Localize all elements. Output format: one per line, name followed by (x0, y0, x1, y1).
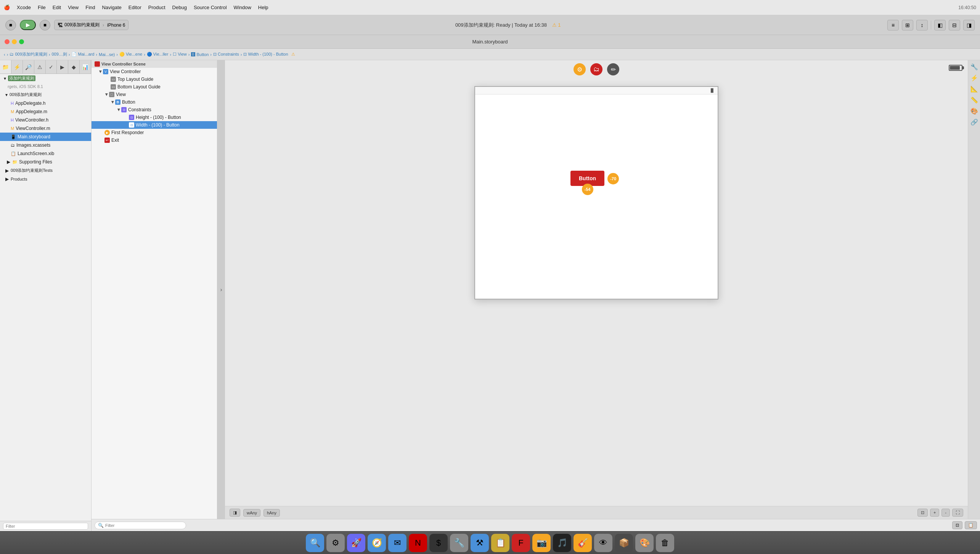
zoom-fit-btn[interactable]: ⊡ (917, 509, 928, 517)
scheme-selector[interactable]: 🏗 009添加约束规则 › iPhone 6 (54, 20, 129, 30)
ri-btn-5[interactable]: 🎨 (970, 107, 978, 115)
zoom-out-btn[interactable]: - (941, 509, 950, 517)
inspector-toggle-btn[interactable]: ◨ (963, 20, 975, 30)
nav-item-main-storyboard[interactable]: 📱 Main.storyboard (0, 133, 91, 141)
editor-version-btn[interactable]: ↕ (916, 20, 928, 30)
nav-item-appdelegate-m[interactable]: M AppDelegate.m (0, 107, 91, 116)
editor-standard-btn[interactable]: ≡ (887, 20, 899, 30)
ri-btn-4[interactable]: 📏 (970, 96, 978, 104)
nav-item-tests-group[interactable]: ▶ 009添加约束规则Tests (0, 166, 91, 175)
maximize-btn[interactable] (19, 39, 24, 44)
dock-trash[interactable]: 🗑 (656, 534, 674, 552)
breadcrumb-item-6[interactable]: ☐ View (173, 52, 187, 57)
dock-safari[interactable]: 🧭 (368, 534, 386, 552)
ri-btn-1[interactable]: 🔧 (970, 63, 978, 70)
dock-finder[interactable]: 🔍 (306, 534, 324, 552)
size-btn-left[interactable]: ◨ (230, 509, 240, 517)
breadcrumb-item-8[interactable]: ⊡ Constraints (213, 52, 239, 57)
nav-tab-tests[interactable]: ✓ (46, 60, 57, 74)
nav-item-launchscreen-xib[interactable]: 📋 LaunchScreen.xib (0, 149, 91, 158)
breadcrumb-item-4[interactable]: 🟡 Vie...ene (119, 52, 142, 57)
breadcrumb-item-0[interactable]: 🗂 009添加约束规则 (10, 51, 47, 57)
menu-edit[interactable]: Edit (53, 5, 61, 10)
menu-debug[interactable]: Debug (172, 5, 187, 10)
obj-lib-btn-2[interactable]: 📋 (965, 521, 977, 529)
breadcrumb-nav-forward[interactable]: › (7, 52, 8, 57)
breadcrumb-item-1[interactable]: 009…则 (51, 51, 67, 57)
dock-preview[interactable]: 👁 (594, 534, 612, 552)
tree-view[interactable]: ▶ □ View (92, 91, 217, 98)
dock-terminal[interactable]: $ (429, 534, 448, 552)
tree-exit[interactable]: ↩ Exit (92, 136, 217, 144)
menu-help[interactable]: Help (258, 5, 268, 10)
btn-expand-icon[interactable]: ▶ (111, 101, 115, 104)
ri-btn-3[interactable]: 📐 (970, 85, 978, 93)
tree-height-constraint[interactable]: ⊡ Height - (100) - Button (92, 114, 217, 121)
stop-button2[interactable]: ■ (40, 20, 50, 30)
ri-btn-6[interactable]: 🔗 (970, 118, 978, 126)
zoom-btn[interactable]: + (930, 509, 939, 517)
minimize-btn[interactable] (12, 39, 17, 44)
dock-music[interactable]: 🎵 (553, 534, 571, 552)
tree-top-layout-guide[interactable]: ▭ Top Layout Guide (92, 75, 217, 83)
nav-tab-files[interactable]: 📁 (0, 60, 11, 74)
breadcrumb-item-5[interactable]: 🔵 Vie...ller (147, 52, 169, 57)
nav-tab-search[interactable]: 🔎 (23, 60, 34, 74)
menu-product[interactable]: Product (148, 5, 165, 10)
fullscreen-btn[interactable]: ⛶ (952, 509, 963, 517)
nav-tab-symbols[interactable]: ⚡ (11, 60, 23, 74)
canvas-icon-btn-3[interactable]: ✏ (607, 63, 619, 75)
tree-search-input[interactable] (105, 523, 183, 528)
tree-button[interactable]: ▶ B Button (92, 98, 217, 106)
breadcrumb-nav-back[interactable]: ‹ (4, 52, 5, 57)
dock-unknown2[interactable]: 🎨 (635, 534, 654, 552)
tree-view-controller[interactable]: ▶ V View Controller (92, 68, 217, 75)
navigator-toggle-btn[interactable]: ◧ (934, 20, 946, 30)
nav-item-viewcontroller-m[interactable]: M ViewController.m (0, 124, 91, 133)
size-width-btn[interactable]: wAny (243, 509, 260, 517)
nav-item-products[interactable]: ▶ Products (0, 175, 91, 183)
dock-launchpad[interactable]: 🚀 (347, 534, 365, 552)
breadcrumb-item-9[interactable]: ⊡ Width - (100) - Button (243, 52, 288, 57)
canvas-icon-btn-2[interactable]: 🗂 (590, 63, 602, 75)
dock-sysprefs[interactable]: ⚙ (326, 534, 345, 552)
ri-btn-2[interactable]: ⚡ (970, 74, 978, 82)
dock-onenote[interactable]: N (409, 534, 427, 552)
editor-assistant-btn[interactable]: ⊞ (902, 20, 913, 30)
close-btn[interactable] (5, 39, 10, 44)
apple-menu[interactable]: 🍎 (4, 5, 10, 10)
dock-xcode-tools[interactable]: ⚒ (471, 534, 489, 552)
nav-item-viewcontroller-h[interactable]: H ViewController.h (0, 116, 91, 124)
obj-lib-btn-1[interactable]: ⊡ (952, 521, 962, 529)
nav-item-appdelegate-h[interactable]: H AppDelegate.h (0, 99, 91, 107)
tree-bottom-layout-guide[interactable]: ▭ Bottom Layout Guide (92, 83, 217, 91)
dock-instruments[interactable]: 🎸 (574, 534, 592, 552)
nav-tab-breakpoints[interactable]: ◆ (68, 60, 80, 74)
menu-xcode[interactable]: Xcode (17, 5, 31, 10)
vc-expand-icon[interactable]: ▶ (99, 70, 103, 73)
menu-source-control[interactable]: Source Control (194, 5, 227, 10)
stop-button[interactable]: ■ (5, 20, 16, 30)
nav-tab-debug[interactable]: ▶ (57, 60, 68, 74)
dock-tools[interactable]: 🔧 (450, 534, 468, 552)
size-height-btn[interactable]: hAny (263, 509, 280, 517)
breadcrumb-item-7[interactable]: 🅱 Button (191, 52, 209, 57)
menu-navigate[interactable]: Navigate (102, 5, 121, 10)
menu-file[interactable]: File (38, 5, 46, 10)
menu-window[interactable]: Window (234, 5, 251, 10)
menu-editor[interactable]: Editor (129, 5, 141, 10)
nav-item-supporting-files[interactable]: ▶ 📁 Supporting Files (0, 158, 91, 166)
debug-toggle-btn[interactable]: ⊟ (949, 20, 960, 30)
dock-mail[interactable]: ✉ (388, 534, 406, 552)
breadcrumb-item-2[interactable]: 📄 Mai...ard (71, 52, 94, 57)
breadcrumb-item-3[interactable]: Mai...se) (99, 52, 115, 57)
nav-item-targets[interactable]: rgets, iOS SDK 8.1 (0, 83, 91, 90)
nav-tab-report[interactable]: 📊 (80, 60, 91, 74)
tree-width-constraint[interactable]: ⊡ Width - (100) - Button (92, 121, 217, 129)
tree-constraints[interactable]: ▶ ⊡ Constraints (92, 106, 217, 114)
nav-item-images-xcassets[interactable]: 🗂 Images.xcassets (0, 141, 91, 149)
constraints-expand-icon[interactable]: ▶ (117, 109, 121, 111)
nav-item-project[interactable]: ▾ 添加约束规则 (0, 74, 91, 83)
run-button[interactable]: ▶ (20, 20, 36, 30)
nav-item-group-009[interactable]: ▾ 009添加约束规则 (0, 90, 91, 99)
